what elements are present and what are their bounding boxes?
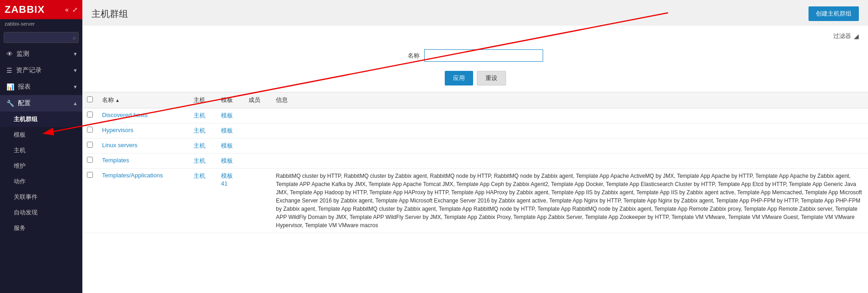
host-groups-table: 名称 主机 模板 成员 信息 Discovered hosts主机模板Hyper… bbox=[82, 92, 868, 233]
row-checkbox-2[interactable] bbox=[87, 142, 93, 148]
reports-icon: 📊 bbox=[6, 83, 14, 91]
sidebar-item-config[interactable]: 🔧 配置 ▲ bbox=[0, 95, 82, 112]
chevron-icon: ▼ bbox=[73, 84, 78, 90]
sidebar-subitem-actions[interactable]: 动作 bbox=[0, 174, 82, 189]
col-header-templates: 模板 bbox=[216, 92, 244, 108]
sidebar-item-monitor-label: 监测 bbox=[16, 50, 69, 58]
sidebar-subitem-correlated-events-label: 关联事件 bbox=[14, 193, 38, 201]
table-row: Templates主机模板 bbox=[82, 154, 868, 169]
sidebar-subitem-templates-label: 模板 bbox=[14, 131, 26, 139]
filter-toggle-label: 过滤器 bbox=[833, 32, 851, 40]
sidebar-subitem-host-groups[interactable]: 主机群组 bbox=[0, 112, 82, 127]
table-section: 名称 主机 模板 成员 信息 Discovered hosts主机模板Hyper… bbox=[82, 92, 868, 293]
chevron-icon: ▼ bbox=[73, 51, 78, 57]
row-members-cell bbox=[244, 169, 271, 233]
page-title: 主机群组 bbox=[92, 8, 128, 20]
row-checkbox-4[interactable] bbox=[87, 172, 93, 178]
sidebar-item-monitor[interactable]: 👁 监测 ▼ bbox=[0, 46, 82, 62]
row-checkbox-1[interactable] bbox=[87, 127, 93, 133]
create-host-group-button[interactable]: 创建主机群组 bbox=[809, 6, 859, 21]
chevron-up-icon: ▲ bbox=[73, 101, 78, 106]
sidebar-item-config-label: 配置 bbox=[18, 99, 69, 107]
page-header: 主机群组 创建主机群组 bbox=[82, 0, 868, 26]
assets-icon: ☰ bbox=[6, 67, 12, 74]
col-header-members: 成员 bbox=[244, 92, 271, 108]
filter-name-label: 名称 bbox=[408, 52, 420, 60]
row-hosts-link[interactable]: 主机 bbox=[194, 142, 205, 149]
filter-icon[interactable]: ◢ bbox=[854, 32, 859, 40]
row-members-cell bbox=[244, 123, 271, 139]
filter-section: 过滤器 ◢ 名称 应用 重设 bbox=[82, 26, 868, 92]
sidebar-server: zabbix-server bbox=[0, 19, 82, 29]
sidebar-subitem-maintenance[interactable]: 维护 bbox=[0, 158, 82, 174]
row-templates-link[interactable]: 模板 bbox=[221, 127, 233, 134]
sidebar-subitem-auto-discovery-label: 自动发现 bbox=[14, 208, 38, 217]
expand-icon[interactable]: ⤢ bbox=[72, 6, 78, 13]
row-hosts-cell: 主机 bbox=[189, 139, 216, 154]
row-checkbox-0[interactable] bbox=[87, 112, 93, 117]
sidebar-subitem-auto-discovery[interactable]: 自动发现 bbox=[0, 205, 82, 220]
table-body: Discovered hosts主机模板Hypervisors主机模板Linux… bbox=[82, 108, 868, 233]
select-all-header bbox=[82, 92, 97, 108]
row-templates-cell: 模板 bbox=[216, 154, 244, 169]
filter-name-input[interactable] bbox=[424, 49, 543, 62]
config-icon: 🔧 bbox=[6, 100, 14, 107]
filter-apply-button[interactable]: 应用 bbox=[445, 71, 473, 85]
sidebar-subitem-templates[interactable]: 模板 bbox=[0, 127, 82, 143]
row-hosts-link[interactable]: 主机 bbox=[194, 112, 205, 119]
name-sort-label: 名称 bbox=[102, 96, 120, 103]
sidebar-search-container: ⌕ bbox=[0, 29, 82, 46]
sidebar-subitem-services-label: 服务 bbox=[14, 224, 26, 232]
row-name-link[interactable]: Templates bbox=[102, 157, 129, 164]
table-header-row: 名称 主机 模板 成员 信息 bbox=[82, 92, 868, 108]
row-info-cell: RabbitMQ cluster by HTTP, RabbitMQ clust… bbox=[271, 169, 868, 233]
monitor-icon: 👁 bbox=[6, 50, 13, 58]
row-members-cell bbox=[244, 139, 271, 154]
sidebar-subitem-hosts[interactable]: 主机 bbox=[0, 143, 82, 158]
row-info-cell bbox=[271, 154, 868, 169]
table-row: Linux servers主机模板 bbox=[82, 139, 868, 154]
sidebar-subitem-maintenance-label: 维护 bbox=[14, 162, 26, 170]
filter-buttons: 应用 重设 bbox=[92, 71, 859, 85]
row-name-link[interactable]: Discovered hosts bbox=[102, 112, 148, 118]
table-row: Discovered hosts主机模板 bbox=[82, 108, 868, 123]
row-templates-link[interactable]: 模板 bbox=[221, 112, 233, 119]
row-templates-link[interactable]: 模板 bbox=[221, 142, 233, 149]
row-hosts-link[interactable]: 主机 bbox=[194, 127, 205, 134]
row-name-link[interactable]: Linux servers bbox=[102, 142, 137, 149]
row-templates-link[interactable]: 模板 bbox=[221, 157, 233, 164]
row-hosts-cell: 主机 bbox=[189, 154, 216, 169]
select-all-checkbox[interactable] bbox=[87, 96, 93, 102]
logo: ZABBIX bbox=[5, 4, 45, 16]
row-info-cell bbox=[271, 123, 868, 139]
row-templates-cell: 模板 bbox=[216, 108, 244, 123]
sidebar-subitem-services[interactable]: 服务 bbox=[0, 220, 82, 236]
main-content: 主机群组 创建主机群组 过滤器 ◢ 名称 应用 重设 名称 主机 bbox=[82, 0, 868, 293]
sidebar: ZABBIX « ⤢ zabbix-server ⌕ 👁 监测 ▼ ☰ 资产记录… bbox=[0, 0, 82, 293]
search-input[interactable] bbox=[4, 32, 79, 43]
sidebar-subitem-correlated-events[interactable]: 关联事件 bbox=[0, 189, 82, 205]
sidebar-header-icons: « ⤢ bbox=[65, 6, 78, 13]
sidebar-item-reports[interactable]: 📊 报表 ▼ bbox=[0, 79, 82, 95]
collapse-icon[interactable]: « bbox=[65, 6, 69, 13]
row-templates-cell: 模板 bbox=[216, 139, 244, 154]
row-name-link[interactable]: Hypervisors bbox=[102, 127, 134, 133]
row-hosts-link[interactable]: 主机 bbox=[194, 157, 205, 164]
chevron-icon: ▼ bbox=[73, 68, 78, 73]
filter-reset-button[interactable]: 重设 bbox=[477, 71, 506, 85]
sidebar-item-assets[interactable]: ☰ 资产记录 ▼ bbox=[0, 62, 82, 79]
filter-header: 过滤器 ◢ bbox=[92, 32, 859, 40]
row-members-cell bbox=[244, 108, 271, 123]
table-row: Hypervisors主机模板 bbox=[82, 123, 868, 139]
filter-form: 名称 bbox=[92, 45, 859, 66]
row-hosts-cell: 主机 bbox=[189, 108, 216, 123]
row-templates-link[interactable]: 模板 41 bbox=[221, 172, 233, 187]
col-header-name[interactable]: 名称 bbox=[97, 92, 189, 108]
sidebar-subitem-actions-label: 动作 bbox=[14, 177, 26, 186]
row-name-link[interactable]: Templates/Applications bbox=[102, 172, 163, 179]
row-name-cell: Templates bbox=[97, 154, 189, 169]
row-hosts-link[interactable]: 主机 bbox=[194, 172, 205, 179]
row-hosts-cell: 主机 bbox=[189, 169, 216, 233]
row-checkbox-3[interactable] bbox=[87, 157, 93, 163]
row-members-cell bbox=[244, 154, 271, 169]
